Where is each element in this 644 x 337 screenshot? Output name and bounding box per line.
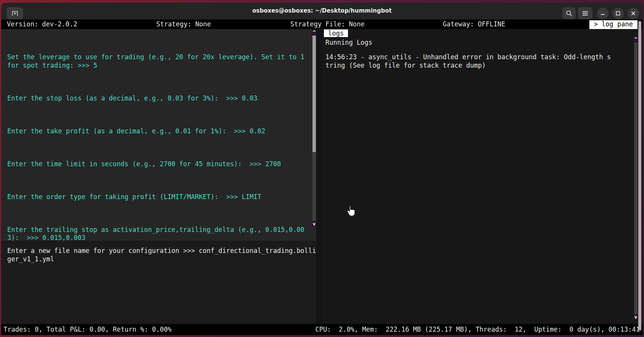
prompt-time-limit: Enter the time limit in seconds (e.g., 2… — [7, 160, 309, 168]
search-button[interactable] — [562, 7, 576, 19]
maximize-button[interactable] — [612, 8, 624, 19]
log-entry: 14:56:23 - async_utils - Unhandled error… — [325, 53, 612, 70]
new-tab-button[interactable] — [6, 7, 23, 19]
prompt-take-profit: Enter the take profit (as a decimal, e.g… — [7, 127, 309, 136]
running-logs-heading: Running Logs — [325, 39, 372, 47]
input-pane: Set the leverage to use for trading (e.g… — [1, 29, 316, 324]
minimize-icon — [600, 11, 605, 16]
titlebar: osboxes@osboxes: ~/Desktop/hummingbot — [1, 3, 643, 19]
scrollbar-track[interactable] — [634, 42, 638, 314]
trades-summary: Trades: 0, Total P&L: 0.00, Return %: 0.… — [3, 326, 172, 334]
strategy-file-label: Strategy File: None — [290, 20, 364, 28]
input-pane-scrollbar[interactable]: ^ v — [312, 29, 316, 227]
hand-cursor-icon — [346, 205, 356, 217]
new-tab-icon — [11, 10, 19, 16]
menu-button[interactable] — [578, 7, 592, 19]
minimize-button[interactable] — [597, 8, 608, 19]
terminal-window: osboxes@osboxes: ~/Desktop/hummingbot — [1, 3, 643, 335]
prompt-trailing-stop: Enter the trailing stop as activation_pr… — [7, 226, 309, 241]
mouse-cursor — [346, 205, 356, 217]
pane-divider — [316, 29, 322, 324]
hamburger-menu-icon — [582, 11, 588, 16]
filename-prompt: Enter a new file name for your configura… — [7, 247, 321, 263]
config-prompt-list: Set the leverage to use for trading (e.g… — [7, 37, 309, 241]
prompt-stop-loss: Enter the stop loss (as a decimal, e.g.,… — [7, 94, 309, 103]
close-button[interactable] — [628, 8, 639, 19]
scroll-up-arrow-icon[interactable]: ^ — [312, 29, 316, 36]
main-area: Set the leverage to use for trading (e.g… — [1, 29, 643, 324]
tab-logs[interactable]: logs — [324, 29, 348, 37]
log-pane-toggle-button[interactable]: > log pane — [589, 20, 638, 29]
version-label: Version: dev-2.0.2 — [7, 20, 77, 28]
scroll-down-arrow-icon[interactable]: v — [634, 314, 638, 320]
gateway-label: Gateway: OFFLINE — [443, 20, 505, 28]
prompt-leverage: Set the leverage to use for trading (e.g… — [7, 53, 309, 70]
search-icon — [566, 10, 573, 17]
config-prompt-scroll-area[interactable]: Set the leverage to use for trading (e.g… — [1, 29, 316, 241]
scrollbar-thumb[interactable] — [312, 36, 316, 152]
close-icon — [631, 11, 636, 16]
strategy-label: Strategy: None — [156, 20, 211, 28]
top-status-bar: Version: dev-2.0.2 Strategy: None Strate… — [1, 19, 643, 29]
maximize-icon — [616, 11, 620, 16]
system-stats: CPU: 2.0%, Mem: 222.16 MB (225.17 MB), T… — [316, 326, 640, 334]
bottom-status-bar: Trades: 0, Total P&L: 0.00, Return %: 0.… — [1, 324, 643, 335]
prompt-order-type: Enter the order type for taking profit (… — [7, 193, 309, 201]
log-pane: logs Running Logs 14:56:23 - async_utils… — [322, 29, 643, 324]
window-title: osboxes@osboxes: ~/Desktop/hummingbot — [1, 7, 643, 14]
log-pane-scrollbar[interactable]: ^ v — [634, 36, 638, 321]
window-scrollbar[interactable] — [638, 21, 641, 331]
scroll-down-arrow-icon[interactable]: v — [312, 221, 316, 227]
scroll-up-arrow-icon[interactable]: ^ — [634, 36, 638, 42]
filename-input-area[interactable]: Enter a new file name for your configura… — [1, 241, 316, 324]
